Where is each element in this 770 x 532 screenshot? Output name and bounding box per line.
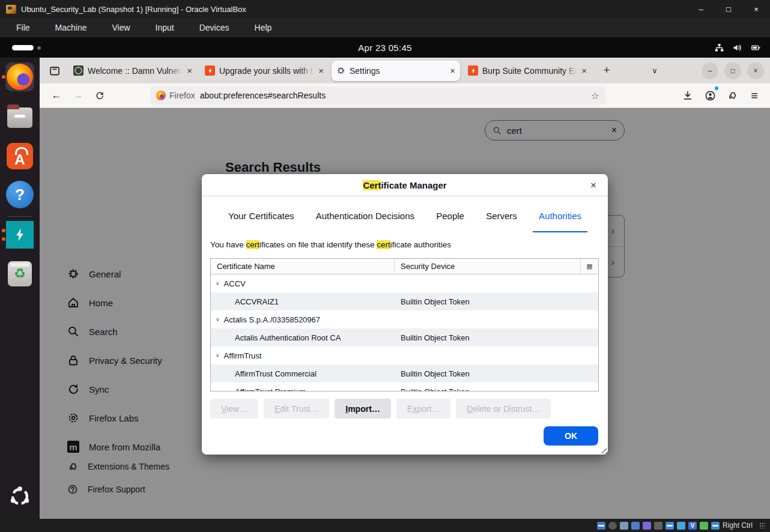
firefox-view-button[interactable] <box>47 63 62 79</box>
new-tab-button[interactable]: + <box>598 62 615 79</box>
table-header: Certificate Name Security Device ▦ <box>211 259 598 274</box>
shared-folders-icon[interactable] <box>654 522 662 530</box>
dock-app-center[interactable]: A <box>5 142 34 171</box>
menu-input[interactable]: Input <box>143 20 187 35</box>
menu-devices[interactable]: Devices <box>187 20 242 35</box>
tab-settings[interactable]: Settings × <box>332 61 460 81</box>
mouse-integration-icon[interactable] <box>711 522 720 530</box>
vbox-close-button[interactable]: × <box>742 0 770 18</box>
dock-firefox[interactable] <box>5 62 34 91</box>
chevron-down-icon: ∨ <box>216 280 220 286</box>
column-certificate-name[interactable]: Certificate Name <box>211 259 395 274</box>
downloads-button[interactable] <box>679 87 696 104</box>
title-highlight: Cert <box>363 180 381 190</box>
burp-suite-icon <box>6 221 34 249</box>
dialog-close-icon[interactable]: × <box>586 178 601 193</box>
dock-show-apps[interactable] <box>5 482 34 511</box>
table-row[interactable]: ACCVRAIZ1Builtin Object Token <box>211 292 598 310</box>
firefox-restore-button[interactable]: □ <box>724 62 741 79</box>
table-row[interactable]: Actalis Authentication Root CABuiltin Ob… <box>211 328 598 346</box>
forward-button: → <box>70 87 86 104</box>
tab-close-icon[interactable]: × <box>318 65 324 76</box>
app-center-icon: A <box>7 143 33 169</box>
table-row[interactable]: AffirmTrust CommercialBuiltin Object Tok… <box>211 364 598 382</box>
portswigger-favicon <box>205 65 215 76</box>
certificate-table: Certificate Name Security Device ▦ ∨ACCV… <box>210 258 599 391</box>
dock-help[interactable]: ? <box>5 180 34 209</box>
virtualization-icon[interactable]: V <box>688 522 697 530</box>
menu-machine[interactable]: Machine <box>43 20 100 35</box>
dvwa-favicon <box>73 65 83 76</box>
usb-icon[interactable] <box>643 522 651 530</box>
volume-icon <box>732 43 742 53</box>
menu-file[interactable]: File <box>4 20 43 35</box>
import-button[interactable]: Import… <box>335 399 391 419</box>
account-button[interactable] <box>702 87 718 104</box>
back-button[interactable]: ← <box>48 87 65 104</box>
vbox-maximize-button[interactable]: □ <box>715 0 742 18</box>
firefox-tabbar: Welcome :: Damn Vulnera × Upgrade your s… <box>40 58 770 83</box>
extensions-button[interactable] <box>724 87 741 104</box>
url-identity-chip[interactable]: Firefox <box>156 91 195 100</box>
audio-icon[interactable] <box>620 522 628 530</box>
table-body: ∨ACCV ACCVRAIZ1Builtin Object Token ∨Act… <box>211 274 598 391</box>
tab-people[interactable]: People <box>430 207 470 232</box>
reload-button[interactable] <box>91 87 108 104</box>
tab-servers[interactable]: Servers <box>480 207 523 232</box>
tab-close-icon[interactable]: × <box>450 65 455 76</box>
edit-trust-button: Edit Trust… <box>264 399 329 419</box>
vbox-minimize-button[interactable]: – <box>687 0 715 18</box>
features-icon[interactable] <box>700 522 708 530</box>
tab-label: Burp Suite Community Ed <box>482 66 577 76</box>
menu-view[interactable]: View <box>99 20 142 35</box>
dialog-tabs: Your Certificates Authentication Decisio… <box>202 207 608 232</box>
tab-dvwa[interactable]: Welcome :: Damn Vulnera × <box>68 61 197 81</box>
dock-burp-suite[interactable] <box>5 220 34 249</box>
virtualbox-window: Ubuntu_Security_Lab (Snapshot 1) [Runnin… <box>0 0 770 532</box>
ok-button[interactable]: OK <box>544 426 598 446</box>
tab-authorities[interactable]: Authorities <box>533 207 587 232</box>
column-security-device[interactable]: Security Device <box>395 259 580 274</box>
dialog-description: You have certificates on file that ident… <box>210 240 451 249</box>
chevron-down-icon: ∨ <box>216 352 220 358</box>
dock-trash[interactable]: ♻ <box>5 259 34 288</box>
network-icon <box>714 43 724 53</box>
table-row[interactable]: ∨AffirmTrust <box>211 346 598 364</box>
trash-icon: ♻ <box>8 261 32 286</box>
burp-favicon <box>468 65 478 76</box>
tab-portswigger[interactable]: Upgrade your skills with t × <box>200 61 329 81</box>
burp-running-dot-1 <box>2 229 5 232</box>
tab-authentication-decisions[interactable]: Authentication Decisions <box>310 207 420 232</box>
files-icon <box>7 107 32 128</box>
list-all-tabs-button[interactable]: ∨ <box>646 62 663 79</box>
tab-burp-suite[interactable]: Burp Suite Community Ed × <box>463 61 592 81</box>
vbox-titlebar: Ubuntu_Security_Lab (Snapshot 1) [Runnin… <box>0 0 770 18</box>
menu-help[interactable]: Help <box>242 20 285 35</box>
vbox-resize-grip[interactable] <box>759 522 765 528</box>
system-tray[interactable] <box>714 37 762 58</box>
hard-disk-icon[interactable] <box>597 522 605 530</box>
ubuntu-logo-icon <box>8 485 32 509</box>
display-icon[interactable] <box>665 522 674 530</box>
table-row[interactable]: ∨Actalis S.p.A./03358520967 <box>211 310 598 328</box>
tab-label: Welcome :: Damn Vulnera <box>88 66 183 76</box>
view-button: View… <box>210 399 258 419</box>
url-text[interactable]: about:preferences#searchResults <box>200 91 586 100</box>
clock[interactable]: Apr 23 05:45 <box>0 37 770 58</box>
dock-files[interactable] <box>5 103 34 132</box>
tab-close-icon[interactable]: × <box>187 65 192 76</box>
table-row[interactable]: ∨ACCV <box>211 274 598 292</box>
tab-your-certificates[interactable]: Your Certificates <box>222 207 300 232</box>
column-picker-icon[interactable]: ▦ <box>580 259 598 274</box>
tab-close-icon[interactable]: × <box>581 65 587 76</box>
optical-drive-icon[interactable] <box>608 522 617 530</box>
dialog-resize-grip[interactable] <box>599 446 607 453</box>
firefox-close-button[interactable]: × <box>747 62 764 79</box>
recording-icon[interactable] <box>677 522 685 530</box>
url-bar[interactable]: Firefox about:preferences#searchResults … <box>150 86 605 104</box>
table-row[interactable]: AffirmTrust PremiumBuiltin Object Token <box>211 382 598 391</box>
bookmark-star-icon[interactable]: ☆ <box>591 90 599 101</box>
network-adapter-icon[interactable] <box>631 522 640 530</box>
menu-button[interactable]: ≡ <box>746 87 763 104</box>
firefox-minimize-button[interactable]: – <box>702 62 718 79</box>
